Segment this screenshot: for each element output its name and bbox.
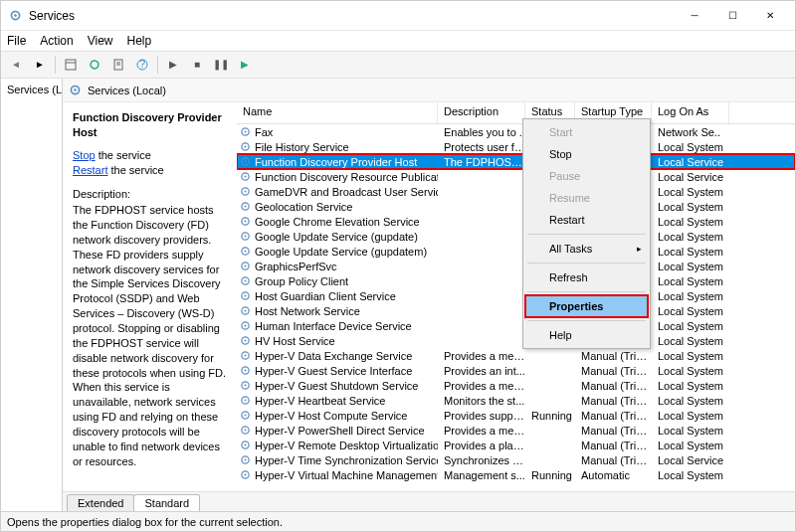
service-logon: Local System (652, 320, 729, 332)
service-row[interactable]: Google Chrome Elevation ServiceManualLoc… (237, 214, 795, 229)
service-logon: Local System (652, 261, 729, 272)
back-button[interactable]: ◄ (5, 54, 27, 76)
tab-extended[interactable]: Extended (67, 494, 134, 511)
gear-icon (239, 379, 252, 392)
service-name: Hyper-V Time Synchronization Service (255, 454, 438, 466)
service-name: Google Update Service (gupdate) (255, 231, 418, 243)
column-headers: Name Description Status Startup Type Log… (237, 102, 795, 124)
service-row[interactable]: Hyper-V Guest Shutdown ServiceProvides a… (237, 378, 795, 393)
restart-svc-button[interactable]: ▶ (234, 54, 256, 76)
service-row[interactable]: Hyper-V Remote Desktop Virtualization Se… (237, 438, 795, 452)
cm-help[interactable]: Help (525, 324, 648, 346)
col-description[interactable]: Description (438, 102, 525, 123)
gear-icon (239, 230, 252, 243)
gear-icon (239, 170, 252, 183)
close-button[interactable]: ✕ (751, 1, 789, 31)
menu-action[interactable]: Action (40, 34, 73, 48)
show-hide-button[interactable] (60, 54, 82, 76)
service-row[interactable]: GameDVR and Broadcast User Service_16f6.… (237, 184, 795, 199)
cm-properties[interactable]: Properties (525, 295, 648, 317)
cm-start[interactable]: Start (525, 121, 648, 143)
svg-point-54 (245, 430, 247, 432)
service-row[interactable]: Hyper-V PowerShell Direct ServiceProvide… (237, 423, 795, 438)
cm-refresh[interactable]: Refresh (525, 266, 648, 288)
svg-point-22 (245, 191, 247, 193)
service-row[interactable]: Host Network ServicengManual (Trigg...Lo… (237, 303, 795, 318)
tab-standard[interactable]: Standard (133, 494, 200, 511)
service-row[interactable]: Geolocation ServiceManual (Trigg...Local… (237, 199, 795, 214)
col-name[interactable]: Name (237, 102, 438, 123)
cm-separator (527, 234, 646, 235)
cm-resume[interactable]: Resume (525, 187, 648, 209)
restart-link[interactable]: Restart (73, 164, 107, 176)
menu-view[interactable]: View (88, 34, 113, 48)
service-row[interactable]: File History ServiceProtects user fil...… (237, 139, 795, 154)
service-name: Hyper-V Remote Desktop Virtualization Se… (255, 440, 438, 451)
svg-point-44 (245, 355, 247, 357)
gear-icon (239, 439, 252, 451)
service-name: Google Update Service (gupdatem) (255, 246, 427, 258)
separator (55, 56, 56, 74)
service-row[interactable]: Hyper-V Virtual Machine ManagementManage… (237, 467, 795, 482)
service-row[interactable]: Hyper-V Time Synchronization ServiceSync… (237, 452, 795, 467)
service-desc: Provides a mec... (438, 380, 525, 392)
minimize-button[interactable]: ─ (676, 1, 713, 31)
service-name: Host Network Service (255, 305, 360, 317)
service-row[interactable]: Host Guardian Client ServiceManual (Trig… (237, 288, 795, 303)
list-pane: Name Description Status Startup Type Log… (237, 102, 795, 491)
service-desc: Provides a mec... (438, 350, 525, 362)
export-button[interactable] (107, 54, 129, 76)
svg-point-1 (14, 14, 16, 16)
svg-point-40 (245, 325, 247, 327)
service-desc: Provides an int... (438, 365, 525, 377)
service-row[interactable]: Function Discovery Provider HostThe FDPH… (237, 154, 795, 169)
service-row[interactable]: Hyper-V Data Exchange ServiceProvides a … (237, 348, 795, 363)
help-button[interactable]: ? (131, 54, 153, 76)
left-tree-pane[interactable]: Services (Local (1, 79, 63, 511)
menu-help[interactable]: Help (127, 34, 152, 48)
right-pane: Services (Local) Function Discovery Prov… (63, 79, 795, 511)
service-startup: Manual (Trigg... (575, 440, 652, 451)
service-row[interactable]: FaxEnables you to ..ManualNetwork Se.. (237, 124, 795, 139)
cm-all-tasks[interactable]: All Tasks▸ (525, 238, 648, 260)
gear-icon (239, 215, 252, 228)
service-row[interactable]: Function Discovery Resource PublicationM… (237, 169, 795, 184)
service-row[interactable]: Google Update Service (gupdate)Automatic… (237, 229, 795, 244)
service-logon: Local System (652, 290, 729, 302)
gear-icon (239, 260, 252, 272)
maximize-button[interactable]: ☐ (713, 1, 751, 31)
service-rows: FaxEnables you to ..ManualNetwork Se..Fi… (237, 124, 795, 491)
stop-svc-button[interactable]: ■ (186, 54, 208, 76)
service-desc: Provides a mec... (438, 425, 525, 437)
refresh-exp-button[interactable] (84, 54, 105, 76)
stop-link[interactable]: Stop (73, 149, 96, 161)
service-row[interactable]: Group Policy ClientAutomatic (Tri...Loca… (237, 273, 795, 288)
menu-file[interactable]: File (7, 34, 26, 48)
svg-point-48 (245, 385, 247, 387)
service-startup: Manual (Trigg... (575, 425, 652, 437)
tree-root[interactable]: Services (Local (3, 83, 60, 95)
service-row[interactable]: Hyper-V Heartbeat ServiceMonitors the st… (237, 393, 795, 408)
cm-pause[interactable]: Pause (525, 165, 648, 187)
service-row[interactable]: Google Update Service (gupdatem)ManualLo… (237, 244, 795, 259)
service-name: File History Service (255, 141, 349, 153)
service-row[interactable]: GraphicsPerfSvcManual (Trigg...Local Sys… (237, 259, 795, 273)
service-startup: Manual (Trigg... (575, 380, 652, 392)
cm-restart[interactable]: Restart (525, 209, 648, 231)
cm-separator (527, 320, 646, 321)
cm-stop[interactable]: Stop (525, 143, 648, 165)
service-row[interactable]: HV Host ServiceManual (Trigg...Local Sys… (237, 333, 795, 348)
service-row[interactable]: Hyper-V Host Compute ServiceProvides sup… (237, 408, 795, 423)
service-desc: Management s... (438, 469, 525, 481)
restart-line: Restart the service (73, 163, 227, 178)
start-svc-button[interactable]: ▶ (162, 54, 184, 76)
gear-icon (239, 364, 252, 377)
col-log-on-as[interactable]: Log On As (652, 102, 729, 123)
pause-svc-button[interactable]: ❚❚ (210, 54, 232, 76)
forward-button[interactable]: ► (29, 54, 51, 76)
service-row[interactable]: Hyper-V Guest Service InterfaceProvides … (237, 363, 795, 378)
service-name: Hyper-V Guest Shutdown Service (255, 380, 418, 392)
service-logon: Local System (652, 216, 729, 228)
service-row[interactable]: Human Interface Device ServicengManual (… (237, 318, 795, 333)
service-logon: Local Service (652, 454, 729, 466)
